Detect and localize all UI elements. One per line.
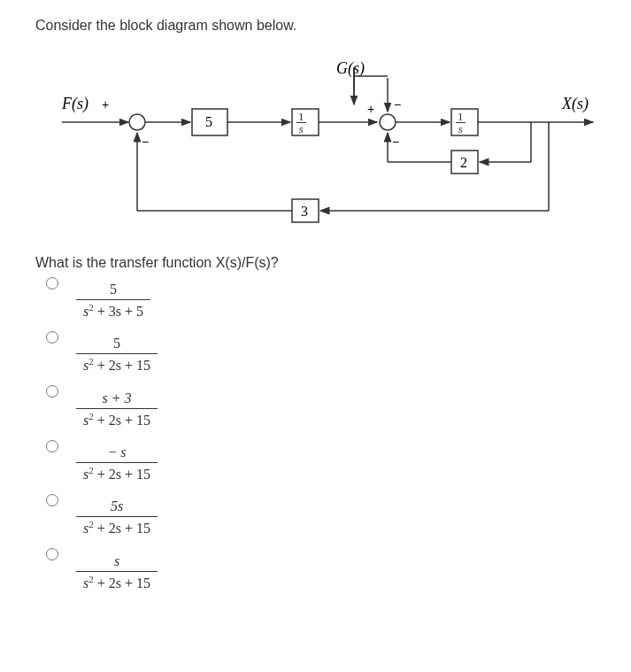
label-F: F(s) bbox=[61, 95, 88, 113]
label-G: G(s) bbox=[336, 60, 365, 78]
option-6[interactable]: s s2 + 2s + 15 bbox=[46, 553, 596, 591]
frac-1s-1: 1s bbox=[296, 111, 306, 134]
block-3-text: 3 bbox=[301, 204, 308, 219]
options-group: 5 s2 + 3s + 5 5 s2 + 2s + 15 s + 3 s2 + … bbox=[35, 282, 596, 591]
radio-2[interactable] bbox=[46, 331, 58, 344]
option-2-fraction: 5 s2 + 2s + 15 bbox=[76, 336, 158, 374]
radio-4[interactable] bbox=[46, 440, 58, 452]
sign-plus2: + bbox=[367, 102, 374, 116]
option-4-fraction: − s s2 + 2s + 15 bbox=[76, 444, 158, 483]
summer-1 bbox=[129, 114, 145, 130]
option-3-fraction: s + 3 s2 + 2s + 15 bbox=[76, 390, 158, 429]
block-diagram: F(s) + − 5 1s G(s) + − bbox=[53, 60, 602, 228]
option-3[interactable]: s + 3 s2 + 2s + 15 bbox=[46, 390, 596, 429]
option-5-fraction: 5s s2 + 2s + 15 bbox=[76, 498, 158, 537]
sign-plus1: + bbox=[102, 97, 109, 112]
radio-6[interactable] bbox=[46, 548, 58, 560]
option-2[interactable]: 5 s2 + 2s + 15 bbox=[46, 336, 596, 374]
option-5[interactable]: 5s s2 + 2s + 15 bbox=[46, 498, 596, 537]
option-1[interactable]: 5 s2 + 3s + 5 bbox=[46, 282, 596, 320]
option-4[interactable]: − s s2 + 2s + 15 bbox=[46, 444, 596, 483]
summer-2 bbox=[380, 114, 396, 130]
prompt-text: Consider the block diagram shown below. bbox=[35, 18, 596, 34]
label-X: X(s) bbox=[561, 95, 589, 113]
block-2-text: 2 bbox=[460, 155, 467, 170]
radio-5[interactable] bbox=[46, 494, 58, 506]
sign-minus2: − bbox=[394, 97, 401, 112]
frac-1s-2: 1s bbox=[456, 111, 466, 134]
radio-1[interactable] bbox=[46, 277, 58, 290]
option-1-fraction: 5 s2 + 3s + 5 bbox=[76, 282, 150, 320]
option-6-fraction: s s2 + 2s + 15 bbox=[76, 553, 158, 591]
sign-minus3: − bbox=[392, 135, 399, 149]
block-5-text: 5 bbox=[205, 114, 212, 129]
question-text: What is the transfer function X(s)/F(s)? bbox=[35, 255, 596, 271]
sign-minus1: − bbox=[142, 135, 149, 149]
radio-3[interactable] bbox=[46, 385, 58, 398]
